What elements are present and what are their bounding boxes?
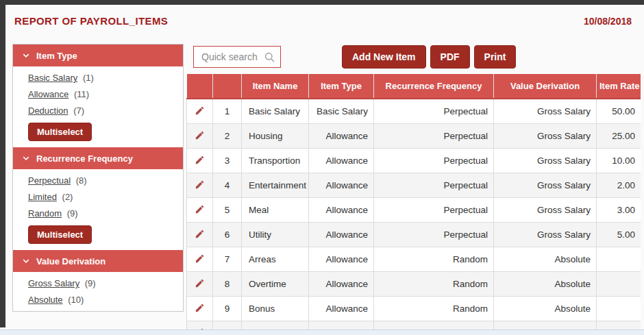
recurrence-frequency-cell: Perpectual: [374, 223, 494, 247]
sidebar-section-header[interactable]: Value Derivation: [13, 250, 183, 272]
sidebar-section-items: Perpectual (8) Limited (2) Random (9): [13, 169, 183, 222]
filter-link[interactable]: Limited: [28, 192, 57, 202]
item-name-cell: Arreas: [242, 247, 309, 272]
filter-item: Perpectual (8): [13, 169, 183, 189]
recurrence-frequency-cell: Perpectual: [374, 198, 494, 223]
item-type-cell: Allowance: [309, 247, 374, 272]
value-derivation-cell: Gross Salary: [494, 149, 597, 173]
row-number-cell: 5: [213, 198, 242, 223]
edit-pencil-icon: [195, 106, 205, 116]
edit-pencil-icon: [195, 278, 205, 288]
edit-row-button[interactable]: [195, 253, 205, 264]
table-header-row: Item NameItem TypeRecurrence FrequencyVa…: [187, 74, 641, 99]
item-name-cell: Meal: [242, 198, 309, 223]
chevron-down-icon: [22, 51, 30, 60]
filter-item: Deduction (7): [13, 103, 183, 119]
item-name-cell: Transportion: [242, 149, 309, 173]
filter-link[interactable]: Basic Salary: [28, 73, 77, 83]
filter-link[interactable]: Allowance: [28, 89, 69, 99]
edit-row-button[interactable]: [195, 229, 205, 239]
action-button-group: Add New ItemPDFPrint: [342, 45, 516, 69]
bottom-strip: [0, 330, 644, 335]
window-frame-top: [0, 0, 644, 5]
table-row: 6 Utility Allowance Perpectual Gross Sal…: [187, 223, 641, 247]
recurrence-frequency-cell: Random: [374, 272, 494, 297]
payroll-items-table: Item NameItem TypeRecurrence FrequencyVa…: [186, 74, 641, 330]
payroll-items-table-wrap: Item NameItem TypeRecurrence FrequencyVa…: [186, 74, 641, 330]
item-rate-cell: [597, 321, 641, 330]
column-header-edit: [187, 74, 213, 99]
chevron-down-icon: [22, 257, 30, 265]
edit-row-button[interactable]: [195, 106, 205, 116]
item-rate-cell: [597, 272, 641, 297]
edit-row-button[interactable]: [195, 278, 205, 288]
row-number-cell: 1: [213, 99, 242, 124]
item-type-cell: Allowance: [309, 321, 374, 330]
sidebar-section-title: Value Derivation: [36, 256, 106, 266]
item-type-cell: Allowance: [309, 223, 374, 247]
sidebar-section: Value Derivation Gross Salary (9) Absolu…: [13, 250, 183, 312]
report-date: 10/08/2018: [584, 16, 632, 27]
edit-row-button[interactable]: [195, 179, 205, 190]
row-number-cell: 10: [213, 321, 242, 330]
add-new-item-button[interactable]: Add New Item: [342, 45, 426, 69]
item-type-cell: Allowance: [309, 173, 374, 198]
row-number-cell: 8: [213, 272, 242, 297]
search-input[interactable]: [200, 51, 261, 63]
filter-item: Random (9): [13, 206, 183, 222]
sidebar-section-header[interactable]: Item Type: [13, 45, 183, 66]
filter-link[interactable]: Perpectual: [28, 175, 71, 186]
table-row: 5 Meal Allowance Perpectual Gross Salary…: [187, 198, 641, 223]
filter-link[interactable]: Absolute: [28, 295, 63, 305]
filter-count: (10): [68, 295, 84, 305]
value-derivation-cell: Gross Salary: [494, 198, 597, 223]
recurrence-frequency-cell: Perpectual: [374, 173, 494, 198]
sidebar-section-items: Basic Salary (1) Allowance (11) Deductio…: [13, 66, 183, 119]
filter-count: (9): [85, 278, 96, 288]
column-header-rate: Item Rate: [597, 74, 641, 99]
item-name-cell: Special Award: [242, 321, 309, 330]
edit-pencil-icon: [195, 204, 205, 214]
column-header-type: Item Type: [309, 74, 374, 99]
recurrence-frequency-cell: Perpectual: [374, 99, 494, 124]
edit-row-button[interactable]: [195, 303, 205, 313]
print-button[interactable]: Print: [474, 45, 517, 69]
item-type-cell: Allowance: [309, 149, 374, 173]
filter-count: (2): [62, 192, 73, 202]
filter-link[interactable]: Deduction: [28, 106, 69, 116]
multiselect-button[interactable]: Multiselect: [28, 123, 92, 141]
edit-row-button[interactable]: [195, 155, 205, 165]
filter-link[interactable]: Random: [28, 208, 62, 219]
toolbar: Add New ItemPDFPrint: [193, 45, 516, 69]
row-number-cell: 6: [213, 223, 242, 247]
edit-row-button[interactable]: [195, 130, 205, 140]
filter-item: Allowance (11): [13, 86, 183, 103]
table-row: 3 Transportion Allowance Perpectual Gros…: [187, 149, 641, 173]
pdf-button[interactable]: PDF: [430, 45, 470, 69]
value-derivation-cell: Absolute: [494, 247, 597, 272]
edit-pencil-icon: [195, 130, 205, 140]
column-header-derivation: Value Derivation: [494, 74, 597, 99]
recurrence-frequency-cell: Random: [374, 297, 494, 321]
quick-search-box: [193, 46, 281, 68]
search-icon[interactable]: [264, 51, 275, 63]
row-number-cell: 4: [213, 173, 242, 198]
row-number-cell: 2: [213, 124, 242, 149]
page-title: REPORT OF PAYROLL_ITEMS: [14, 15, 168, 27]
filter-link[interactable]: Gross Salary: [28, 278, 79, 288]
recurrence-frequency-cell: Perpectual: [374, 149, 494, 173]
edit-row-button[interactable]: [195, 204, 205, 214]
row-number-cell: 3: [213, 149, 242, 173]
item-rate-cell: [597, 247, 641, 272]
table-row: 9 Bonus Allowance Random Absolute: [187, 297, 641, 321]
item-name-cell: Basic Salary: [242, 99, 309, 124]
edit-pencil-icon: [195, 155, 205, 165]
item-type-cell: Allowance: [309, 272, 374, 297]
sidebar-section-items: Gross Salary (9) Absolute (10): [13, 272, 183, 308]
row-number-cell: 7: [213, 247, 242, 272]
sidebar-section-header[interactable]: Recurrence Frequency: [13, 147, 183, 169]
item-rate-cell: 2.00: [597, 173, 641, 198]
recurrence-frequency-cell: Perpectual: [374, 124, 494, 149]
multiselect-button[interactable]: Multiselect: [28, 225, 92, 244]
filter-item: Limited (2): [13, 189, 183, 206]
